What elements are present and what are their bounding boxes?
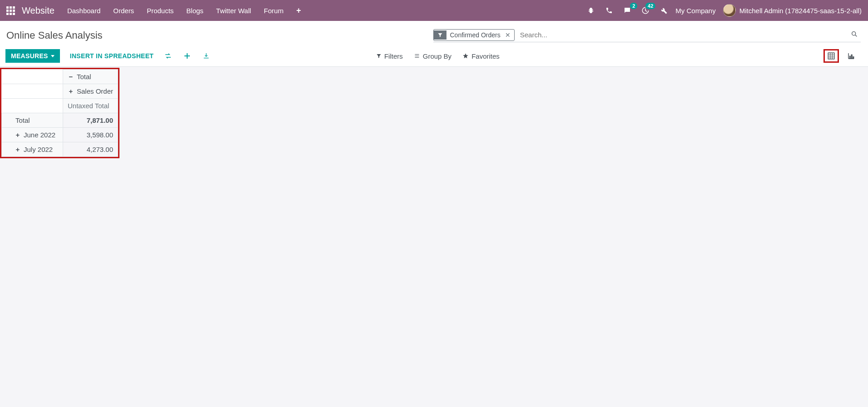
minus-icon[interactable]: − [68,74,74,80]
plus-icon[interactable]: + [68,88,74,95]
page-title: Online Sales Analysis [5,30,433,41]
svg-rect-2 [849,56,850,59]
apps-icon[interactable] [6,6,16,15]
table-row: −Total 7,871.00 [2,113,118,128]
nav-orders[interactable]: Orders [113,7,134,15]
cell-value: 4,273.00 [63,142,118,157]
caret-down-icon [51,55,55,57]
download-icon[interactable] [202,51,211,60]
svg-rect-4 [853,57,854,59]
filters-label: Filters [384,52,403,60]
nav-new-content-icon[interactable]: + [296,6,301,15]
nav-twitter-wall[interactable]: Twitter Wall [216,7,251,15]
user-menu[interactable]: Mitchell Admin (17824475-saas-15-2-all) [723,4,862,17]
phone-icon[interactable] [605,6,614,15]
search-facet-confirmed-orders: Confirmed Orders ✕ [433,29,515,41]
messages-icon[interactable]: 2 [623,6,632,15]
svg-rect-3 [851,55,852,59]
svg-rect-1 [828,53,834,59]
search-facet-label: Confirmed Orders [446,30,504,40]
measures-button[interactable]: MEASURES [5,49,60,63]
user-name: Mitchell Admin (17824475-saas-15-2-all) [739,7,862,15]
row-header-june[interactable]: +June 2022 [2,128,63,142]
activities-badge: 42 [645,3,655,9]
left-toolbar: MEASURES INSERT IN SPREADSHEET [5,49,211,63]
search-input[interactable] [518,29,848,40]
search-options: Filters Group By Favorites [376,52,658,60]
systray: 2 42 [586,6,668,15]
filters-button[interactable]: Filters [376,52,403,60]
company-selector[interactable]: My Company [675,7,715,15]
cell-value: 7,871.00 [63,113,118,128]
favorites-label: Favorites [471,52,500,60]
content-area: −Total +Sales Order Untaxed Total −Total… [0,67,868,160]
table-row: +July 2022 4,273.00 [2,142,118,157]
table-row: +June 2022 3,598.00 [2,128,118,142]
flip-axis-icon[interactable] [164,51,173,60]
tools-icon[interactable] [659,6,668,15]
nav-blogs[interactable]: Blogs [186,7,203,15]
nav-forum[interactable]: Forum [264,7,283,15]
row-header-total[interactable]: −Total [2,113,63,128]
brand-label[interactable]: Website [22,5,55,16]
activities-icon[interactable]: 42 [641,6,650,15]
search-bar[interactable]: Confirmed Orders ✕ [433,29,861,42]
nav-links: Dashboard Orders Products Blogs Twitter … [67,6,301,15]
remove-facet-icon[interactable]: ✕ [504,31,514,39]
nav-dashboard[interactable]: Dashboard [67,7,100,15]
plus-icon[interactable]: + [15,132,21,138]
row-header-july[interactable]: +July 2022 [2,142,63,157]
favorites-button[interactable]: Favorites [462,52,500,60]
pivot-view-button[interactable] [823,49,839,63]
search-icon[interactable] [848,30,861,39]
pivot-table: −Total +Sales Order Untaxed Total −Total… [1,69,118,157]
insert-spreadsheet-button[interactable]: INSERT IN SPREADSHEET [70,52,154,60]
cell-value: 3,598.00 [63,128,118,142]
expand-all-icon[interactable] [183,51,192,60]
groupby-label: Group By [423,52,451,60]
funnel-icon [434,30,446,40]
nav-products[interactable]: Products [147,7,174,15]
col-header-salesorder[interactable]: +Sales Order [63,84,118,99]
bug-icon[interactable] [586,6,595,15]
groupby-button[interactable]: Group By [414,52,451,60]
pivot-table-highlight: −Total +Sales Order Untaxed Total −Total… [0,68,119,158]
col-header-total[interactable]: −Total [63,70,118,84]
messages-badge: 2 [630,3,637,9]
svg-point-0 [852,32,856,35]
view-switcher [823,49,861,63]
measures-label: MEASURES [11,52,48,60]
avatar [723,4,736,17]
measure-header: Untaxed Total [63,99,118,113]
graph-view-button[interactable] [843,49,859,63]
top-nav: Website Dashboard Orders Products Blogs … [0,0,868,21]
control-panel: Online Sales Analysis Confirmed Orders ✕… [0,21,868,67]
plus-icon[interactable]: + [15,146,21,153]
